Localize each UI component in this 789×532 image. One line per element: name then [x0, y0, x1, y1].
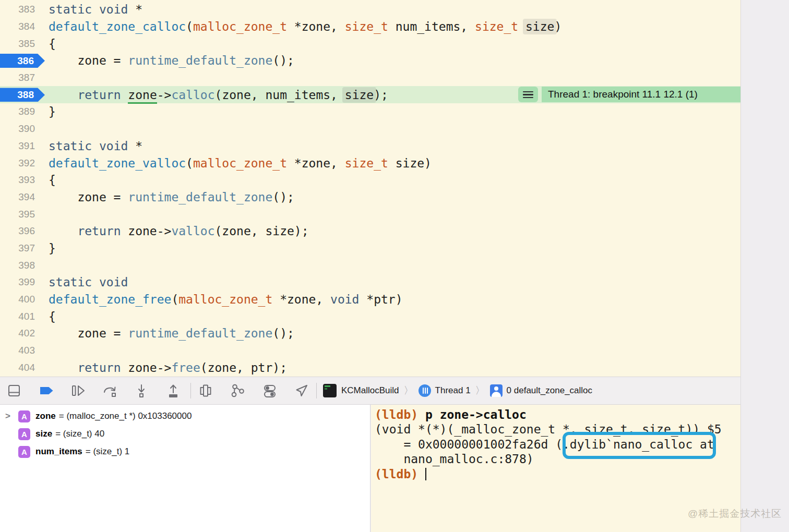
code-line[interactable]: 400default_zone_free(malloc_zone_t *zone… — [0, 291, 740, 308]
variable-name: size — [35, 429, 52, 439]
code-line[interactable]: 391static void * — [0, 138, 740, 155]
target-terminal-icon[interactable] — [323, 384, 337, 397]
console-line: (void *(*)(_malloc_zone_t *, size_t, siz… — [375, 422, 740, 437]
line-number[interactable]: 399 — [0, 274, 45, 291]
variable-value: = (size_t) 1 — [86, 446, 130, 457]
code-line[interactable]: 383static void * — [0, 1, 740, 18]
line-number[interactable]: 385 — [0, 35, 45, 52]
code-line[interactable]: 399static void — [0, 274, 740, 291]
line-number[interactable]: 393 — [0, 172, 45, 189]
console-output: (void *(*)(_malloc_zone_t *, size_t, siz… — [375, 422, 722, 436]
environment-overrides-icon[interactable] — [262, 383, 277, 398]
code-line[interactable]: 397} — [0, 240, 740, 257]
code-line[interactable]: 401{ — [0, 308, 740, 325]
code-text: zone = runtime_default_zone(); — [45, 54, 294, 67]
breadcrumb-thread[interactable]: Thread 1 — [435, 385, 471, 396]
view-hierarchy-icon[interactable] — [198, 383, 213, 398]
variable-row[interactable]: Anum_items= (size_t) 1 — [0, 443, 370, 461]
source-editor[interactable]: 383static void *384default_zone_calloc(m… — [0, 0, 740, 377]
step-over-icon[interactable] — [102, 383, 117, 398]
code-line[interactable]: 402 zone = runtime_default_zone(); — [0, 325, 740, 342]
line-number[interactable]: 394 — [0, 189, 45, 206]
code-line[interactable]: 393{ — [0, 172, 740, 189]
watermark: @稀土掘金技术社区 — [688, 507, 782, 521]
code-text: { — [45, 173, 56, 187]
code-line[interactable]: 390 — [0, 120, 740, 138]
code-text: default_zone_free(malloc_zone_t *zone, v… — [45, 293, 403, 306]
editor-right-margin — [740, 0, 789, 532]
breakpoint-marker[interactable]: 386 — [0, 54, 45, 68]
code-line[interactable]: 385{ — [0, 35, 740, 52]
breadcrumb-frame[interactable]: 0 default_zone_calloc — [507, 385, 592, 396]
line-number[interactable]: 401 — [0, 308, 45, 325]
argument-badge: A — [18, 446, 30, 458]
code-line[interactable]: 396 return zone->valloc(zone, size); — [0, 223, 740, 240]
code-line[interactable]: 386 zone = runtime_default_zone(); — [0, 52, 740, 69]
code-text: zone = runtime_default_zone(); — [45, 190, 294, 204]
code-line[interactable]: 403 — [0, 342, 740, 359]
debug-toolbar: KCMallocBuild 〉 Thread 1 〉 0 default_zon… — [0, 377, 740, 405]
code-line[interactable]: 404 return zone->free(zone, ptr); — [0, 359, 740, 376]
thread-icon[interactable] — [419, 384, 431, 397]
code-text: { — [45, 37, 56, 51]
line-number[interactable]: 383 — [0, 1, 45, 18]
code-line[interactable]: 392default_zone_valloc(malloc_zone_t *zo… — [0, 154, 740, 172]
variable-value: = (size_t) 40 — [55, 429, 104, 439]
memory-graph-icon[interactable] — [230, 383, 245, 398]
lldb-console[interactable]: (lldb) p zone->calloc(void *(*)(_malloc_… — [371, 405, 740, 532]
breakpoint-gutter[interactable]: 388 — [0, 86, 45, 103]
step-out-icon[interactable] — [166, 383, 181, 398]
code-line[interactable]: 387 — [0, 69, 740, 87]
line-number[interactable]: 404 — [0, 359, 45, 376]
console-line: = 0x00000001002fa26d (.dylib`nano_calloc… — [375, 437, 740, 452]
breakpoint-marker[interactable]: 388 — [0, 88, 45, 102]
disclosure-chevron-icon[interactable]: > — [5, 411, 18, 421]
line-number[interactable]: 396 — [0, 223, 45, 240]
variables-view[interactable]: >Azone= (malloc_zone_t *) 0x103360000Asi… — [0, 405, 370, 532]
code-text: return zone->calloc(zone, num_items, siz… — [45, 88, 388, 102]
code-line[interactable]: 388 return zone->calloc(zone, num_items,… — [0, 86, 740, 103]
line-number[interactable]: 400 — [0, 291, 45, 308]
line-number[interactable]: 402 — [0, 325, 45, 342]
line-number[interactable]: 390 — [0, 120, 45, 138]
simulate-location-icon[interactable] — [294, 383, 308, 398]
text-cursor — [425, 468, 426, 480]
code-line[interactable]: 389} — [0, 103, 740, 120]
breadcrumb: KCMallocBuild 〉 Thread 1 〉 0 default_zon… — [323, 384, 592, 397]
continue-icon[interactable] — [70, 383, 85, 398]
code-text: default_zone_calloc(malloc_zone_t *zone,… — [45, 20, 561, 33]
line-number[interactable]: 395 — [0, 205, 45, 223]
breakpoints-toggle-icon[interactable] — [39, 383, 53, 398]
breakpoint-gutter[interactable]: 386 — [0, 52, 45, 69]
chevron-right-icon: 〉 — [475, 384, 485, 397]
xcode-debug-window: 383static void *384default_zone_calloc(m… — [0, 0, 789, 532]
stack-frame-icon[interactable] — [490, 384, 503, 397]
console-line: nano_malloc.c:878) — [375, 452, 740, 466]
breakpoint-actions-menu-icon[interactable] — [518, 87, 538, 102]
code-line[interactable]: 398 — [0, 257, 740, 274]
thread-breakpoint-annotation[interactable]: Thread 1: breakpoint 11.1 12.1 (1) — [542, 87, 740, 102]
line-number[interactable]: 403 — [0, 342, 45, 359]
variable-name: zone — [35, 411, 56, 421]
code-text: static void * — [45, 139, 142, 153]
code-text: } — [45, 241, 56, 255]
code-line[interactable]: 384default_zone_calloc(malloc_zone_t *zo… — [0, 18, 740, 35]
line-number[interactable]: 391 — [0, 138, 45, 155]
code-text: default_zone_valloc(malloc_zone_t *zone,… — [45, 156, 432, 170]
line-number[interactable]: 387 — [0, 69, 45, 87]
debug-area-toggle-icon[interactable] — [7, 383, 21, 398]
line-number[interactable]: 397 — [0, 240, 45, 257]
step-into-icon[interactable] — [134, 383, 149, 398]
toolbar-separator — [316, 383, 317, 398]
variable-value: = (malloc_zone_t *) 0x103360000 — [59, 411, 192, 421]
line-number[interactable]: 398 — [0, 257, 45, 274]
line-number[interactable]: 392 — [0, 154, 45, 172]
breadcrumb-target[interactable]: KCMallocBuild — [341, 385, 399, 396]
line-number[interactable]: 384 — [0, 18, 45, 35]
variable-row[interactable]: Asize= (size_t) 40 — [0, 425, 370, 443]
line-number[interactable]: 389 — [0, 103, 45, 120]
code-line[interactable]: 395 — [0, 205, 740, 223]
code-line[interactable]: 394 zone = runtime_default_zone(); — [0, 189, 740, 206]
variable-name: num_items — [35, 446, 82, 457]
variable-row[interactable]: >Azone= (malloc_zone_t *) 0x103360000 — [0, 407, 370, 425]
